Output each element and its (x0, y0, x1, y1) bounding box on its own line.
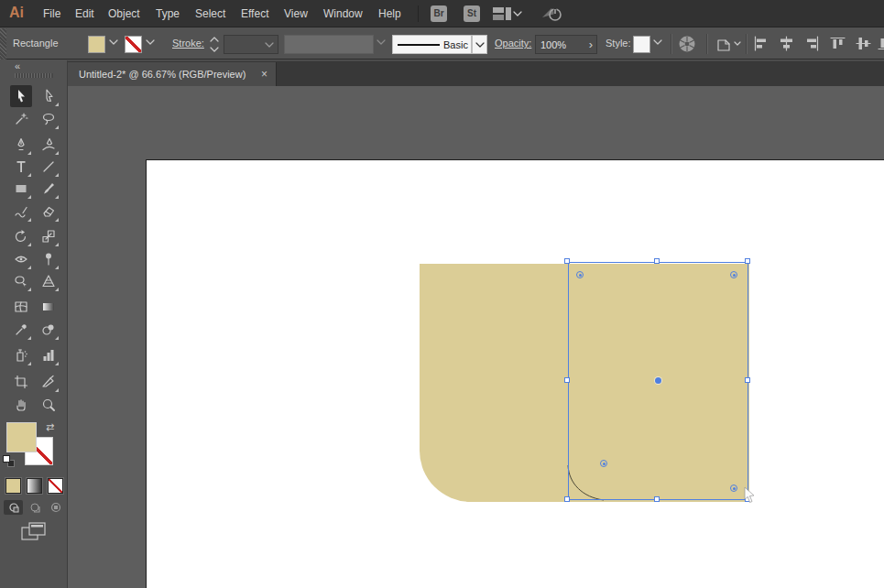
tab-close-icon[interactable]: × (261, 62, 267, 87)
shaper-tool[interactable] (10, 201, 32, 223)
menu-select[interactable]: Select (195, 0, 225, 27)
direct-selection-tool[interactable] (38, 85, 60, 107)
align-bottom-icon[interactable] (878, 36, 884, 51)
scale-icon (41, 229, 56, 244)
align-right-icon[interactable] (804, 36, 820, 51)
gradient-icon (41, 299, 56, 314)
stroke-chevron-icon[interactable] (146, 39, 156, 47)
handle-bottom-center[interactable] (654, 496, 660, 502)
artboard-tool[interactable] (10, 371, 32, 393)
hand-tool[interactable] (10, 394, 32, 416)
rotate-tool[interactable] (10, 225, 32, 247)
control-bar-grip[interactable] (0, 28, 6, 60)
collapse-panel-icon[interactable]: « (15, 60, 19, 71)
workspace-chevron-icon[interactable] (513, 11, 522, 17)
handle-middle-left[interactable] (564, 377, 570, 383)
gpu-performance-icon[interactable] (540, 5, 564, 23)
corner-widget-top-left[interactable] (576, 271, 584, 278)
stroke-weight-stepper[interactable] (209, 36, 220, 53)
stroke-weight-field[interactable] (224, 35, 278, 54)
slice-tool[interactable] (38, 371, 60, 393)
color-mode-button[interactable] (5, 478, 21, 494)
selection-type-label: Rectangle (13, 38, 59, 49)
menu-window[interactable]: Window (323, 0, 363, 27)
menu-view[interactable]: View (284, 0, 308, 27)
curvature-tool[interactable] (38, 134, 60, 156)
width-tool[interactable] (10, 248, 32, 270)
menu-type[interactable]: Type (156, 0, 180, 27)
handle-bottom-left[interactable] (564, 496, 570, 502)
corner-widget-top-right[interactable] (730, 271, 737, 278)
menu-help[interactable]: Help (378, 0, 401, 27)
mesh-tool[interactable] (10, 296, 32, 318)
draw-behind-button[interactable] (25, 500, 44, 515)
graphic-style-swatch[interactable] (633, 36, 650, 53)
selection-tool[interactable] (10, 85, 32, 107)
shape-properties-icon[interactable] (715, 37, 733, 52)
rectangle-tool[interactable] (10, 178, 32, 200)
brush-definition-field[interactable]: Basic (392, 35, 472, 54)
pen-tool[interactable] (10, 134, 32, 156)
eyedropper-tool[interactable] (10, 319, 32, 341)
none-mode-button[interactable] (48, 478, 63, 494)
align-vertical-center-icon[interactable] (856, 36, 871, 51)
column-graph-tool[interactable] (38, 344, 60, 366)
line-segment-tool[interactable] (38, 156, 60, 178)
opacity-label[interactable]: Opacity: (495, 38, 531, 49)
stroke-weight-label[interactable]: Stroke: (172, 38, 204, 49)
canvas-pasteboard[interactable] (68, 86, 884, 588)
shape-builder-tool[interactable] (10, 270, 32, 292)
menu-effect[interactable]: Effect (241, 0, 268, 27)
align-left-icon[interactable] (753, 36, 769, 51)
opacity-value[interactable]: 100% (540, 39, 566, 50)
bridge-button[interactable]: Br (431, 5, 447, 22)
brush-dropdown-button[interactable] (472, 35, 487, 54)
symbol-sprayer-tool[interactable] (10, 344, 32, 366)
menu-edit[interactable]: Edit (75, 0, 94, 27)
handle-top-left[interactable] (564, 258, 570, 264)
align-center-icon[interactable] (779, 36, 794, 51)
zoom-tool[interactable] (38, 394, 60, 416)
draw-normal-button[interactable] (4, 500, 23, 515)
recolor-artwork-icon[interactable] (678, 35, 696, 53)
handle-top-center[interactable] (654, 258, 660, 264)
type-tool[interactable] (10, 156, 32, 178)
perspective-grid-tool[interactable] (38, 270, 60, 292)
blend-tool[interactable] (38, 319, 60, 341)
draw-inside-button[interactable] (46, 500, 65, 515)
selection-center-point[interactable] (655, 377, 661, 384)
document-tab[interactable]: Untitled-2* @ 66.67% (RGB/Preview) × (68, 62, 277, 87)
hand-icon (14, 397, 28, 412)
lasso-tool[interactable] (38, 108, 60, 130)
style-chevron-icon[interactable] (653, 39, 663, 47)
magic-wand-tool[interactable] (10, 108, 32, 130)
gradient-tool[interactable] (38, 296, 60, 318)
handle-top-right[interactable] (745, 258, 750, 264)
scale-tool[interactable] (38, 225, 60, 247)
tools-panel-grip[interactable] (15, 73, 53, 78)
puppet-warp-tool[interactable] (38, 248, 60, 270)
menu-object[interactable]: Object (108, 0, 140, 27)
workspace-switcher-icon[interactable] (493, 7, 511, 21)
opacity-field[interactable]: 100% › (535, 35, 597, 54)
stroke-weight-chevron-icon[interactable] (265, 42, 275, 49)
fill-color-swatch[interactable] (88, 36, 105, 53)
align-top-icon[interactable] (830, 36, 846, 51)
handle-middle-right[interactable] (745, 377, 750, 383)
corner-widget-bottom-left[interactable] (600, 460, 607, 467)
fill-chevron-icon[interactable] (109, 39, 119, 47)
opacity-arrow-icon[interactable]: › (589, 38, 593, 51)
control-separator (671, 34, 671, 54)
swap-fill-stroke-icon[interactable]: ⇄ (46, 421, 54, 433)
stock-button[interactable]: St (464, 5, 480, 22)
fill-indicator-swatch[interactable] (6, 422, 37, 452)
eraser-tool[interactable] (38, 201, 60, 223)
stroke-color-swatch[interactable] (125, 36, 142, 53)
shape-properties-chevron-icon[interactable] (734, 41, 742, 48)
gradient-mode-button[interactable] (27, 478, 42, 494)
menu-file[interactable]: File (43, 0, 60, 27)
default-fill-stroke-icon[interactable] (3, 455, 10, 463)
screen-mode-icon[interactable] (21, 522, 47, 542)
corner-widget-bottom-right[interactable] (730, 485, 737, 492)
paintbrush-tool[interactable] (38, 178, 60, 200)
